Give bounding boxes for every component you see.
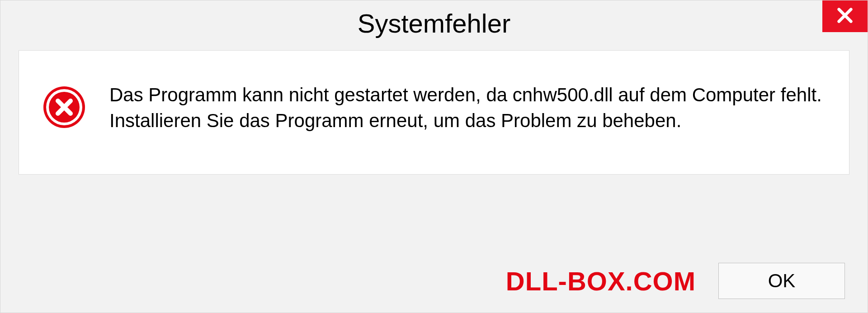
titlebar: Systemfehler	[0, 0, 868, 46]
footer: DLL-BOX.COM OK	[0, 263, 868, 299]
error-message: Das Programm kann nicht gestartet werden…	[109, 82, 826, 133]
content-panel: Das Programm kann nicht gestartet werden…	[19, 50, 849, 175]
ok-button-label: OK	[768, 270, 796, 292]
watermark-text: DLL-BOX.COM	[506, 266, 696, 296]
close-icon	[836, 6, 854, 26]
close-button[interactable]	[822, 0, 868, 32]
error-icon	[42, 85, 87, 132]
ok-button[interactable]: OK	[718, 263, 845, 299]
dialog-title: Systemfehler	[358, 8, 510, 38]
